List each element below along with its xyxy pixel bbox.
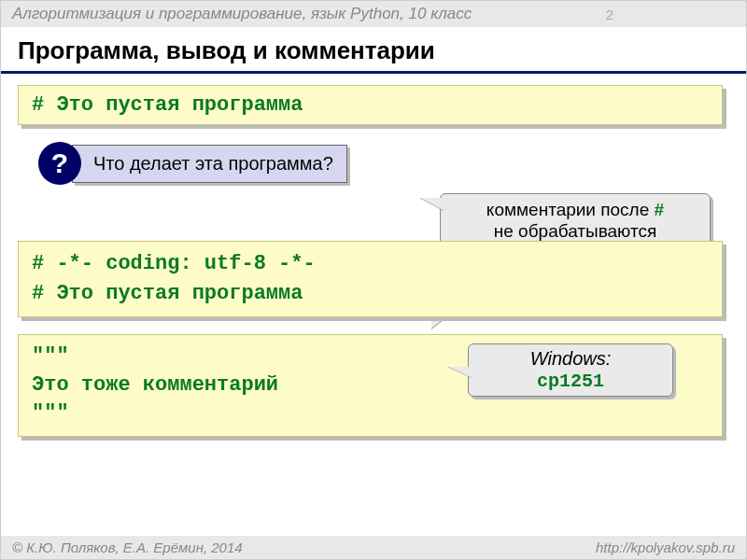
slide-title: Программа, вывод и комментарии bbox=[1, 27, 746, 74]
footer-url: http://kpolyakov.spb.ru bbox=[596, 539, 735, 555]
hash-symbol: # bbox=[655, 200, 665, 219]
callout-text: не обрабатываются bbox=[494, 221, 656, 241]
callout-text: комментарии после bbox=[486, 200, 655, 219]
code-box-2: # -*- coding: utf-8 -*- # Это пустая про… bbox=[18, 241, 723, 317]
code-line: # Это пустая программа bbox=[32, 93, 303, 117]
code-line: # Это пустая программа bbox=[32, 279, 709, 309]
copyright: © К.Ю. Поляков, Е.А. Ерёмин, 2014 bbox=[12, 539, 243, 555]
code-line: """ bbox=[32, 399, 709, 428]
question-box: Что делает эта программа? bbox=[72, 145, 347, 183]
windows-encoding: cp1251 bbox=[537, 371, 604, 392]
footer-bar: © К.Ю. Поляков, Е.А. Ерёмин, 2014 http:/… bbox=[1, 536, 746, 559]
callout-tail-icon bbox=[448, 367, 472, 378]
content-area: # Это пустая программа ? Что делает эта … bbox=[1, 74, 746, 437]
code-line: # -*- coding: utf-8 -*- bbox=[32, 249, 709, 279]
callout-windows: Windows: cp1251 bbox=[468, 343, 673, 397]
windows-label: Windows: bbox=[530, 348, 612, 369]
question-row: ? Что делает эта программа? bbox=[38, 142, 729, 185]
header-bar: Алгоритмизация и программирование, язык … bbox=[1, 1, 746, 27]
code-box-1: # Это пустая программа bbox=[18, 85, 723, 125]
page-number: 2 bbox=[606, 7, 613, 22]
course-title: Алгоритмизация и программирование, язык … bbox=[12, 5, 472, 23]
question-icon: ? bbox=[38, 142, 81, 185]
callout-tail-icon bbox=[420, 198, 444, 211]
